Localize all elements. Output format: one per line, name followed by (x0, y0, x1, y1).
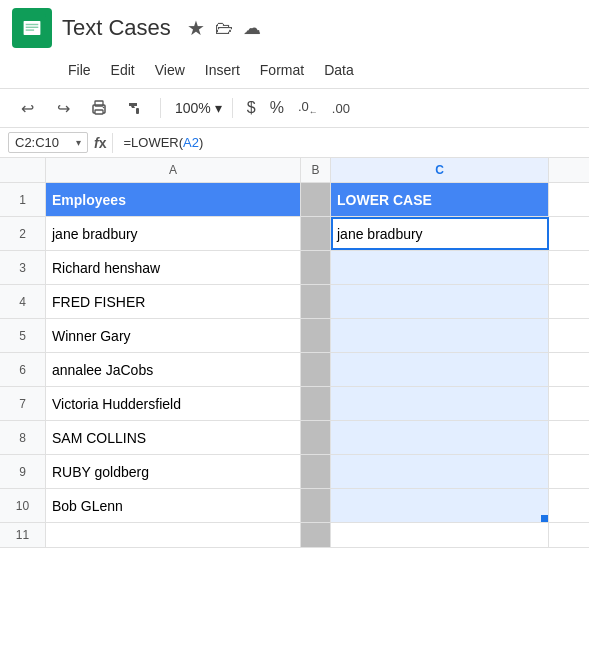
table-row: 1 Employees LOWER CASE (0, 183, 589, 217)
menu-insert[interactable]: Insert (197, 58, 248, 82)
undo-button[interactable]: ↩ (12, 93, 42, 123)
paint-format-button[interactable] (120, 93, 150, 123)
cell-a7[interactable]: Victoria Huddersfield (46, 387, 301, 420)
zoom-control[interactable]: 100% ▾ (175, 100, 222, 116)
menu-bar: File Edit View Insert Format Data (0, 56, 589, 88)
table-row: 7 Victoria Huddersfield (0, 387, 589, 421)
formula-bar: C2:C10 ▾ fx =LOWER(A2) (0, 128, 589, 158)
cell-c2[interactable]: jane bradbury (331, 217, 549, 250)
cell-b1 (301, 183, 331, 216)
table-row: 9 RUBY goldberg (0, 455, 589, 489)
cell-reference-box[interactable]: C2:C10 ▾ (8, 132, 88, 153)
menu-data[interactable]: Data (316, 58, 362, 82)
svg-rect-9 (136, 108, 139, 114)
cell-a3[interactable]: Richard henshaw (46, 251, 301, 284)
row-number: 3 (0, 251, 46, 284)
cloud-icon[interactable]: ☁ (243, 17, 261, 39)
formula-input[interactable]: =LOWER(A2) (119, 133, 581, 152)
cell-b10 (301, 489, 331, 522)
cell-c9[interactable] (331, 455, 549, 488)
decimal-less-symbol[interactable]: .0← (294, 99, 322, 117)
fill-handle[interactable] (541, 515, 548, 522)
row-number: 4 (0, 285, 46, 318)
table-row: 3 Richard henshaw (0, 251, 589, 285)
title-icons: ★ 🗁 ☁ (187, 16, 261, 40)
cell-a8[interactable]: SAM COLLINS (46, 421, 301, 454)
svg-rect-4 (26, 29, 34, 30)
cell-c3[interactable] (331, 251, 549, 284)
menu-edit[interactable]: Edit (103, 58, 143, 82)
row-number: 7 (0, 387, 46, 420)
table-row: 4 FRED FISHER (0, 285, 589, 319)
cell-a10[interactable]: Bob GLenn (46, 489, 301, 522)
cell-b11 (301, 523, 331, 547)
decimal-more-symbol[interactable]: .00 (328, 101, 354, 116)
toolbar-divider-2 (232, 98, 233, 118)
cell-c4[interactable] (331, 285, 549, 318)
cell-c8[interactable] (331, 421, 549, 454)
cell-b7 (301, 387, 331, 420)
cell-c1[interactable]: LOWER CASE (331, 183, 549, 216)
table-row: 11 (0, 523, 589, 548)
row-number: 1 (0, 183, 46, 216)
cell-a4[interactable]: FRED FISHER (46, 285, 301, 318)
corner-cell (0, 158, 46, 182)
star-icon[interactable]: ★ (187, 16, 205, 40)
cell-b5 (301, 319, 331, 352)
menu-format[interactable]: Format (252, 58, 312, 82)
svg-rect-7 (95, 110, 103, 114)
svg-point-8 (103, 107, 105, 109)
cell-c7[interactable] (331, 387, 549, 420)
row-number: 8 (0, 421, 46, 454)
fx-icon: fx (94, 135, 106, 151)
currency-symbol[interactable]: $ (243, 99, 260, 117)
cell-a5[interactable]: Winner Gary (46, 319, 301, 352)
toolbar: ↩ ↪ 100% ▾ $ % .0← .00 (0, 88, 589, 128)
cell-ref-text: C2:C10 (15, 135, 59, 150)
toolbar-divider-1 (160, 98, 161, 118)
cell-b4 (301, 285, 331, 318)
spreadsheet: A B C 1 Employees LOWER CASE 2 jane brad… (0, 158, 589, 548)
cell-b8 (301, 421, 331, 454)
zoom-arrow[interactable]: ▾ (215, 100, 222, 116)
col-header-c[interactable]: C (331, 158, 549, 182)
cell-b6 (301, 353, 331, 386)
formula-divider (112, 133, 113, 153)
cell-b9 (301, 455, 331, 488)
cell-b2 (301, 217, 331, 250)
table-row: 6 annalee JaCobs (0, 353, 589, 387)
cell-ref-dropdown-arrow[interactable]: ▾ (76, 137, 81, 148)
cell-c5[interactable] (331, 319, 549, 352)
cell-a9[interactable]: RUBY goldberg (46, 455, 301, 488)
title-bar: Text Cases ★ 🗁 ☁ (0, 0, 589, 56)
cell-a1[interactable]: Employees (46, 183, 301, 216)
table-row: 8 SAM COLLINS (0, 421, 589, 455)
cell-a11[interactable] (46, 523, 301, 547)
folder-icon[interactable]: 🗁 (215, 18, 233, 39)
cell-a2[interactable]: jane bradbury (46, 217, 301, 250)
col-header-b[interactable]: B (301, 158, 331, 182)
row-number: 11 (0, 523, 46, 547)
menu-view[interactable]: View (147, 58, 193, 82)
page-title: Text Cases (62, 15, 171, 41)
cell-a6[interactable]: annalee JaCobs (46, 353, 301, 386)
redo-button[interactable]: ↪ (48, 93, 78, 123)
zoom-value: 100% (175, 100, 211, 116)
row-number: 9 (0, 455, 46, 488)
row-number: 6 (0, 353, 46, 386)
col-header-a[interactable]: A (46, 158, 301, 182)
row-number: 5 (0, 319, 46, 352)
svg-rect-2 (26, 24, 39, 25)
column-headers: A B C (0, 158, 589, 183)
print-button[interactable] (84, 93, 114, 123)
cell-c6[interactable] (331, 353, 549, 386)
row-number: 10 (0, 489, 46, 522)
menu-file[interactable]: File (60, 58, 99, 82)
sheet-body: 1 Employees LOWER CASE 2 jane bradbury j… (0, 183, 589, 548)
cell-c11[interactable] (331, 523, 549, 547)
cell-c10[interactable] (331, 489, 549, 522)
cell-b3 (301, 251, 331, 284)
formula-cell-ref: A2 (183, 135, 199, 150)
table-row: 10 Bob GLenn (0, 489, 589, 523)
percent-symbol[interactable]: % (266, 99, 288, 117)
